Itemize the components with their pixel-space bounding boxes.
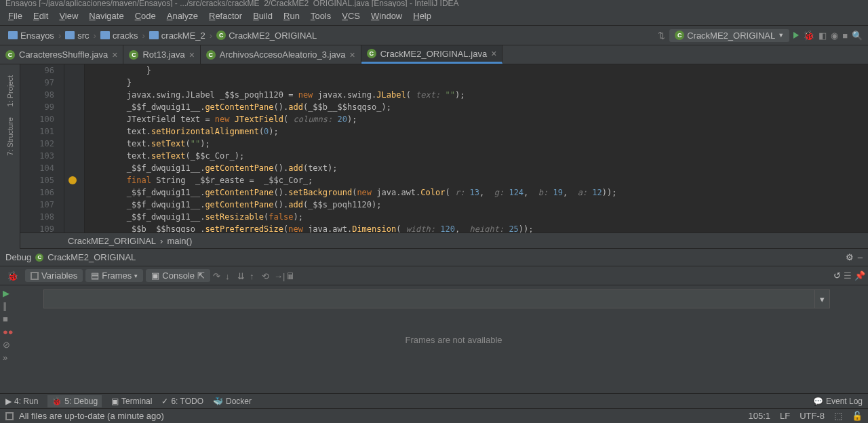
code-line[interactable]: _$$f_dwquig11__.setResizable(false); xyxy=(87,211,868,223)
force-step-icon[interactable]: ⇊ xyxy=(237,271,247,281)
line-number[interactable]: 104 xyxy=(20,162,54,174)
line-number[interactable]: 105 xyxy=(20,174,54,186)
pause-icon[interactable]: ‖ xyxy=(3,301,37,311)
code-line[interactable]: } xyxy=(87,64,868,77)
code-content[interactable]: } } javax.swing.JLabel _$$s_poqh1120 = n… xyxy=(85,64,868,233)
run-config-selector[interactable]: C CrackME2_ORIGINAL ▼ xyxy=(669,29,789,42)
tool-debug[interactable]: 🐞5: Debug xyxy=(47,395,102,407)
restore-layout-icon[interactable]: ↺ xyxy=(833,270,841,281)
menu-run[interactable]: Run xyxy=(278,11,305,21)
tool-run[interactable]: ▶4: Run xyxy=(5,397,38,406)
code-line[interactable]: text.setText(""); xyxy=(87,138,868,150)
line-number[interactable]: 97 xyxy=(20,77,54,89)
profiler-icon[interactable]: ◉ xyxy=(831,31,838,41)
indent-indicator[interactable]: ⬚ xyxy=(834,411,842,421)
breadcrumb-class[interactable]: CrackME2_ORIGINAL xyxy=(68,236,156,246)
settings-icon[interactable]: ☰ xyxy=(844,270,852,281)
line-number[interactable]: 102 xyxy=(20,138,54,150)
code-line[interactable]: _$$f_dwquig11__.getContentPane().add(tex… xyxy=(87,162,868,174)
view-breakpoints-icon[interactable]: ●● xyxy=(3,327,37,337)
minimize-icon[interactable]: – xyxy=(858,252,863,262)
breadcrumb-item[interactable]: Ensayos xyxy=(5,31,57,41)
editor-tab[interactable]: CCrackME2_ORIGINAL.java× xyxy=(361,45,503,64)
sidebar-item-structure[interactable]: 7: Structure xyxy=(6,117,14,156)
tool-terminal[interactable]: ▣Terminal xyxy=(111,397,152,406)
menu-tools[interactable]: Tools xyxy=(305,11,336,21)
bulb-icon[interactable] xyxy=(68,176,77,184)
code-line[interactable]: _$$f_dwquig11__.getContentPane().setBack… xyxy=(87,186,868,199)
evaluate-icon[interactable]: 🖩 xyxy=(286,271,296,281)
mute-breakpoints-icon[interactable]: ⊘ xyxy=(3,340,37,350)
breadcrumb-method[interactable]: main() xyxy=(167,236,192,246)
line-number[interactable]: 106 xyxy=(20,186,54,199)
menu-analyze[interactable]: Analyze xyxy=(161,11,203,21)
gutter[interactable] xyxy=(64,64,85,233)
tool-docker[interactable]: 🐳Docker xyxy=(213,397,252,406)
resume-icon[interactable]: ▶ xyxy=(3,288,37,298)
line-number[interactable]: 99 xyxy=(20,101,54,113)
tab-console[interactable]: ▣Console⇱ xyxy=(146,269,210,282)
menu-view[interactable]: View xyxy=(54,11,83,21)
search-icon[interactable]: 🔍 xyxy=(852,31,863,41)
sidebar-item-project[interactable]: 1: Project xyxy=(6,75,14,106)
breadcrumb-item[interactable]: crackME_2 xyxy=(146,31,208,41)
drop-frame-icon[interactable]: ⟲ xyxy=(262,271,271,281)
tab-frames[interactable]: ▤Frames▾ xyxy=(85,269,143,282)
editor-tab[interactable]: CArchivosAccesoAleatorio_3.java× xyxy=(201,45,361,64)
menu-build[interactable]: Build xyxy=(248,11,278,21)
caret-position[interactable]: 105:1 xyxy=(748,411,770,421)
lock-icon[interactable]: 🔓 xyxy=(852,411,863,421)
tab-variables[interactable]: Variables xyxy=(25,269,83,282)
close-icon[interactable]: × xyxy=(491,48,496,59)
rerun-icon[interactable]: 🐞 xyxy=(7,270,18,281)
pin-tab-icon[interactable]: 📌 xyxy=(854,270,865,281)
code-line[interactable]: } xyxy=(87,77,868,89)
step-into-icon[interactable]: ↓ xyxy=(225,271,235,281)
chevron-down-icon[interactable]: ▾ xyxy=(814,290,829,308)
breadcrumb-item[interactable]: cracks xyxy=(98,31,141,41)
menu-window[interactable]: Window xyxy=(366,11,408,21)
run-to-cursor-icon[interactable]: →| xyxy=(274,271,283,281)
menu-vcs[interactable]: VCS xyxy=(336,11,366,21)
tool-todo[interactable]: ✓6: TODO xyxy=(161,397,203,406)
coverage-icon[interactable]: ◧ xyxy=(818,31,827,41)
menu-edit[interactable]: Edit xyxy=(28,11,54,21)
step-over-icon[interactable]: ↷ xyxy=(213,271,222,281)
debug-icon[interactable]: 🐞 xyxy=(803,30,814,41)
step-out-icon[interactable]: ↑ xyxy=(250,271,259,281)
frames-thread-selector[interactable]: ▾ xyxy=(43,289,830,308)
code-line[interactable]: JTextField text = new JTextField( column… xyxy=(87,113,868,125)
editor-tab[interactable]: CCaracteresShuffle.java× xyxy=(0,45,123,64)
menu-refactor[interactable]: Refactor xyxy=(203,11,248,21)
close-icon[interactable]: × xyxy=(112,49,117,60)
line-number[interactable]: 98 xyxy=(20,89,54,101)
code-line[interactable]: _$$f_dwquig11__.getContentPane().add(_$$… xyxy=(87,101,868,113)
line-number[interactable]: 100 xyxy=(20,113,54,125)
line-number[interactable]: 107 xyxy=(20,199,54,211)
menu-code[interactable]: Code xyxy=(130,11,161,21)
build-icon[interactable]: ⇅ xyxy=(658,31,665,41)
line-number[interactable]: 101 xyxy=(20,125,54,138)
line-number[interactable]: 96 xyxy=(20,64,54,77)
line-number[interactable]: 108 xyxy=(20,211,54,223)
menu-navigate[interactable]: Navigate xyxy=(83,11,129,21)
menu-help[interactable]: Help xyxy=(408,11,437,21)
line-separator[interactable]: LF xyxy=(780,411,790,421)
menu-file[interactable]: File xyxy=(3,11,28,21)
line-number[interactable]: 103 xyxy=(20,150,54,162)
toolwindow-toggle-icon[interactable] xyxy=(5,412,14,420)
code-line[interactable]: _$$f_dwquig11__.getContentPane().add(_$$… xyxy=(87,199,868,211)
stop-icon[interactable]: ■ xyxy=(842,31,848,41)
code-line[interactable]: final String _$$r_easte = _$$c_Cor_; xyxy=(87,174,868,186)
breadcrumb-item[interactable]: CCrackME2_ORIGINAL xyxy=(214,31,319,41)
code-line[interactable]: javax.swing.JLabel _$$s_poqh1120 = new j… xyxy=(87,89,868,101)
event-log-button[interactable]: 💬Event Log xyxy=(813,397,863,406)
code-line[interactable]: text.setText(_$$c_Cor_); xyxy=(87,150,868,162)
code-line[interactable]: text.setHorizontalAlignment(0); xyxy=(87,125,868,138)
encoding[interactable]: UTF-8 xyxy=(800,411,825,421)
editor-area[interactable]: 96979899100101102103104105106107108109 }… xyxy=(20,64,868,233)
breadcrumb-item[interactable]: src xyxy=(62,31,92,41)
stop-icon[interactable]: ■ xyxy=(3,314,37,324)
close-icon[interactable]: × xyxy=(189,49,195,60)
close-icon[interactable]: × xyxy=(350,49,355,60)
